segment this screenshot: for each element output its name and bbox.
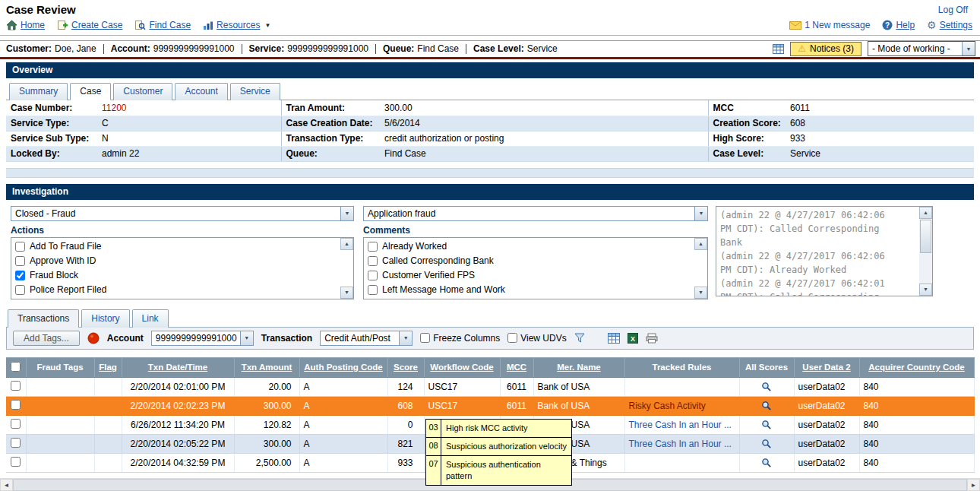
action-item[interactable]: Add To Fraud File xyxy=(15,239,337,254)
col-mer-name[interactable]: Mer. Name xyxy=(533,357,624,377)
col-score[interactable]: Score xyxy=(387,357,424,377)
col-acquirer-country-code[interactable]: Acquirer Country Code xyxy=(859,357,974,377)
notices-button[interactable]: ⚠ Notices (3) xyxy=(790,42,861,56)
transactions-toolbar: Add Tags... Account 9999999999991000 ▼ T… xyxy=(6,327,974,350)
comment-checkbox[interactable] xyxy=(368,285,378,295)
comment-checkbox[interactable] xyxy=(368,242,378,252)
magnifier-icon[interactable] xyxy=(744,382,790,392)
scroll-down-icon[interactable]: ▼ xyxy=(694,287,707,299)
field-label: Service Sub Type: xyxy=(6,131,97,146)
row-checkbox[interactable] xyxy=(11,438,21,448)
find-case-icon xyxy=(134,20,146,30)
scroll-down-icon[interactable]: ▼ xyxy=(340,287,353,299)
table-row[interactable]: 2/20/2014 02:01:00 PM 20.00 A 124 USC17 … xyxy=(6,377,974,396)
checkbox[interactable] xyxy=(420,333,430,343)
scrollbar[interactable]: ▲ ▼ xyxy=(340,238,353,299)
field-label: Tran Amount: xyxy=(281,100,380,116)
tracked-rule-link[interactable]: Three Cash In an Hour ... xyxy=(629,420,732,430)
table-row-selected[interactable]: 2/20/2014 02:02:23 PM 300.00 A 608 USC17… xyxy=(6,396,974,415)
nav-home[interactable]: Home xyxy=(6,20,45,30)
scrollbar[interactable]: ▲ ▼ xyxy=(694,238,707,299)
scrollbar[interactable]: ▲ ▼ xyxy=(919,207,932,296)
scroll-up-icon[interactable]: ▲ xyxy=(340,238,353,250)
magnifier-icon[interactable] xyxy=(744,458,790,468)
scroll-left-icon[interactable]: ◄ xyxy=(0,479,13,491)
row-checkbox[interactable] xyxy=(11,400,21,410)
grid-icon[interactable] xyxy=(773,44,784,54)
cell-flag xyxy=(94,377,122,396)
col-flag[interactable]: Flag xyxy=(94,357,122,377)
freeze-columns-checkbox[interactable]: Freeze Columns xyxy=(420,333,500,344)
col-txn-date[interactable]: Txn Date/Time xyxy=(122,357,234,377)
tab-history[interactable]: History xyxy=(81,309,129,328)
row-checkbox[interactable] xyxy=(11,419,21,429)
comment-item[interactable]: Left Message Home and Work xyxy=(368,283,691,297)
magnifier-icon[interactable] xyxy=(744,420,790,430)
select-all-checkbox[interactable] xyxy=(11,362,21,372)
account-select[interactable]: 9999999999991000 ▼ xyxy=(151,331,254,346)
transactions-tabs: Transactions History Link xyxy=(6,309,974,327)
cell-fraud-tags xyxy=(26,453,94,472)
cell-acquirer: 840 xyxy=(859,396,974,415)
action-item[interactable]: Police Report Filed xyxy=(15,283,337,297)
scroll-down-icon[interactable]: ▼ xyxy=(919,284,932,296)
tab-customer[interactable]: Customer xyxy=(113,83,172,100)
grid-view-icon[interactable] xyxy=(608,333,620,344)
mode-of-working-select[interactable]: - Mode of working - ▼ xyxy=(868,41,975,56)
export-excel-icon[interactable]: X xyxy=(628,333,638,344)
new-message-link[interactable]: 1 New message xyxy=(789,20,870,30)
block-icon[interactable] xyxy=(87,332,100,344)
col-user-data-2[interactable]: User Data 2 xyxy=(794,357,859,377)
comment-checkbox[interactable] xyxy=(368,271,378,280)
tab-summary[interactable]: Summary xyxy=(9,83,68,100)
nav-settings[interactable]: ⚙ Settings xyxy=(927,19,972,31)
field-value: 5/6/2014 xyxy=(380,116,708,131)
nav-find-case[interactable]: Find Case xyxy=(134,20,191,30)
action-checkbox[interactable] xyxy=(15,256,25,266)
funnel-icon[interactable] xyxy=(574,333,585,343)
scroll-thumb[interactable] xyxy=(920,220,931,253)
scroll-right-icon[interactable]: ► xyxy=(967,479,980,491)
scroll-up-icon[interactable]: ▲ xyxy=(694,238,707,250)
nav-create-case[interactable]: Create Case xyxy=(57,20,122,30)
row-checkbox[interactable] xyxy=(11,457,21,467)
tracked-rule-link[interactable]: Risky Cash Activity xyxy=(629,401,706,411)
view-udvs-checkbox[interactable]: View UDVs xyxy=(507,333,566,344)
tab-account[interactable]: Account xyxy=(175,83,227,100)
action-checkbox[interactable] xyxy=(15,242,25,252)
transaction-select[interactable]: Credit Auth/Post ▼ xyxy=(320,331,413,346)
checkbox[interactable] xyxy=(507,333,517,343)
nav-help[interactable]: ? Help xyxy=(882,20,915,30)
fraud-type-select[interactable]: Application fraud ▼ xyxy=(363,206,708,221)
tracked-rule-link[interactable]: Three Cash In an Hour ... xyxy=(629,439,732,449)
scroll-up-icon[interactable]: ▲ xyxy=(919,207,932,219)
col-auth-posting-code[interactable]: Auth Posting Code xyxy=(299,357,387,377)
log-off-link[interactable]: Log Off xyxy=(938,5,968,15)
comment-log[interactable]: (admin 22 @ 4/27/2017 06:42:06 PM CDT): … xyxy=(716,206,933,296)
action-checkbox[interactable] xyxy=(15,285,25,295)
tab-transactions[interactable]: Transactions xyxy=(8,309,79,328)
tab-service[interactable]: Service xyxy=(230,83,280,100)
comment-item[interactable]: Customer Verified FPS xyxy=(368,268,691,283)
action-checkbox[interactable] xyxy=(15,271,25,280)
comment-item[interactable]: Called Corresponding Bank xyxy=(368,254,691,268)
comment-checkbox[interactable] xyxy=(368,256,378,266)
case-status-select[interactable]: Closed - Fraud ▼ xyxy=(11,206,354,221)
col-workflow-code[interactable]: Workflow Code xyxy=(424,357,500,377)
action-item[interactable]: Approve With ID xyxy=(15,254,337,268)
action-item[interactable]: Fraud Block xyxy=(15,268,337,283)
add-tags-button[interactable]: Add Tags... xyxy=(13,331,80,346)
table-header-row: Fraud Tags Flag Txn Date/Time Txn Amount… xyxy=(6,357,974,377)
row-checkbox[interactable] xyxy=(11,381,21,391)
comment-item[interactable]: Already Worked xyxy=(368,239,691,254)
tab-link[interactable]: Link xyxy=(132,309,169,328)
col-mcc[interactable]: MCC xyxy=(500,357,533,377)
magnifier-icon[interactable] xyxy=(744,439,790,449)
cell-flag xyxy=(94,415,122,434)
col-txn-amount[interactable]: Txn Amount xyxy=(234,357,299,377)
nav-resources[interactable]: Resources ▼ xyxy=(203,20,270,30)
magnifier-icon[interactable] xyxy=(744,401,790,411)
account-select-label: Account xyxy=(107,333,144,344)
tab-case[interactable]: Case xyxy=(70,83,111,100)
print-icon[interactable] xyxy=(646,333,658,344)
